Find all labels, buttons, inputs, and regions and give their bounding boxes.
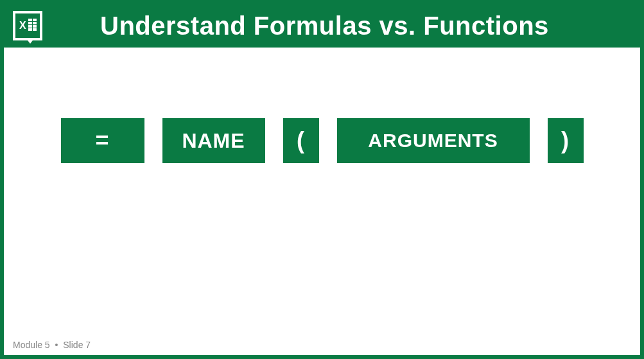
slide-footer: Module 5 • Slide 7 bbox=[13, 340, 91, 350]
footer-bullet: • bbox=[55, 340, 58, 350]
token-equals: = bbox=[61, 118, 144, 163]
slide-container: X bbox=[0, 0, 644, 359]
slide-header: X bbox=[4, 4, 640, 48]
slide-content: = NAME ( ARGUMENTS ) bbox=[4, 48, 640, 163]
excel-icon: X bbox=[13, 11, 42, 40]
token-open-paren: ( bbox=[283, 118, 319, 163]
token-close-paren: ) bbox=[548, 118, 584, 163]
token-arguments: ARGUMENTS bbox=[337, 118, 530, 163]
footer-module: Module 5 bbox=[13, 340, 50, 350]
token-name: NAME bbox=[162, 118, 265, 163]
slide-title: Understand Formulas vs. Functions bbox=[100, 12, 549, 40]
footer-slide: Slide 7 bbox=[63, 340, 91, 350]
